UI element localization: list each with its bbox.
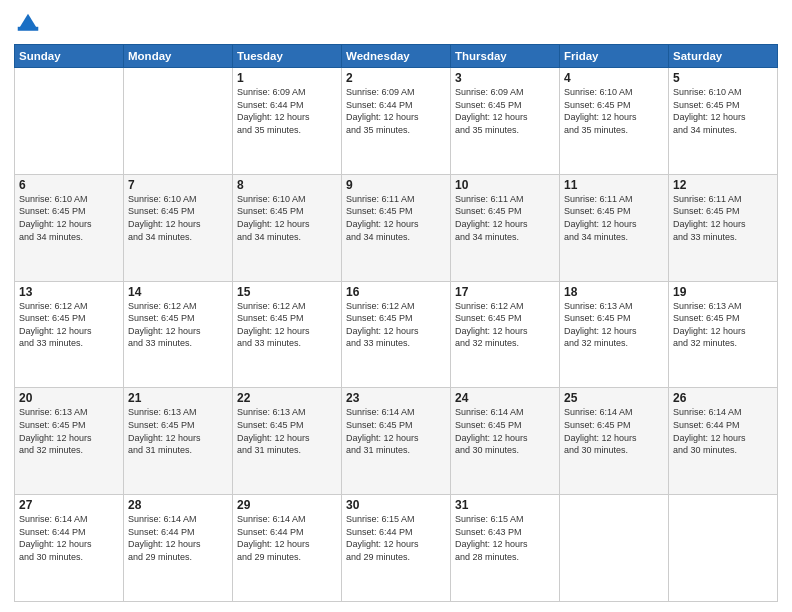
- day-info: Sunrise: 6:14 AM Sunset: 6:45 PM Dayligh…: [455, 406, 555, 456]
- day-number: 25: [564, 391, 664, 405]
- day-number: 1: [237, 71, 337, 85]
- day-info: Sunrise: 6:10 AM Sunset: 6:45 PM Dayligh…: [237, 193, 337, 243]
- calendar-cell: 22Sunrise: 6:13 AM Sunset: 6:45 PM Dayli…: [233, 388, 342, 495]
- day-info: Sunrise: 6:09 AM Sunset: 6:44 PM Dayligh…: [237, 86, 337, 136]
- day-info: Sunrise: 6:13 AM Sunset: 6:45 PM Dayligh…: [19, 406, 119, 456]
- calendar-cell: 10Sunrise: 6:11 AM Sunset: 6:45 PM Dayli…: [451, 174, 560, 281]
- day-info: Sunrise: 6:14 AM Sunset: 6:44 PM Dayligh…: [19, 513, 119, 563]
- day-info: Sunrise: 6:14 AM Sunset: 6:45 PM Dayligh…: [564, 406, 664, 456]
- day-number: 7: [128, 178, 228, 192]
- calendar-cell: [669, 495, 778, 602]
- day-number: 11: [564, 178, 664, 192]
- calendar-cell: 2Sunrise: 6:09 AM Sunset: 6:44 PM Daylig…: [342, 68, 451, 175]
- day-number: 19: [673, 285, 773, 299]
- day-info: Sunrise: 6:13 AM Sunset: 6:45 PM Dayligh…: [673, 300, 773, 350]
- day-info: Sunrise: 6:10 AM Sunset: 6:45 PM Dayligh…: [128, 193, 228, 243]
- day-number: 3: [455, 71, 555, 85]
- calendar-cell: 13Sunrise: 6:12 AM Sunset: 6:45 PM Dayli…: [15, 281, 124, 388]
- calendar-cell: 19Sunrise: 6:13 AM Sunset: 6:45 PM Dayli…: [669, 281, 778, 388]
- calendar-cell: 3Sunrise: 6:09 AM Sunset: 6:45 PM Daylig…: [451, 68, 560, 175]
- calendar-cell: 28Sunrise: 6:14 AM Sunset: 6:44 PM Dayli…: [124, 495, 233, 602]
- calendar: SundayMondayTuesdayWednesdayThursdayFrid…: [14, 44, 778, 602]
- day-info: Sunrise: 6:12 AM Sunset: 6:45 PM Dayligh…: [19, 300, 119, 350]
- day-number: 23: [346, 391, 446, 405]
- day-number: 12: [673, 178, 773, 192]
- day-info: Sunrise: 6:12 AM Sunset: 6:45 PM Dayligh…: [237, 300, 337, 350]
- calendar-cell: 5Sunrise: 6:10 AM Sunset: 6:45 PM Daylig…: [669, 68, 778, 175]
- day-number: 22: [237, 391, 337, 405]
- calendar-week-2: 6Sunrise: 6:10 AM Sunset: 6:45 PM Daylig…: [15, 174, 778, 281]
- calendar-cell: 11Sunrise: 6:11 AM Sunset: 6:45 PM Dayli…: [560, 174, 669, 281]
- calendar-cell: [560, 495, 669, 602]
- day-number: 18: [564, 285, 664, 299]
- day-info: Sunrise: 6:11 AM Sunset: 6:45 PM Dayligh…: [455, 193, 555, 243]
- day-info: Sunrise: 6:10 AM Sunset: 6:45 PM Dayligh…: [673, 86, 773, 136]
- calendar-cell: 4Sunrise: 6:10 AM Sunset: 6:45 PM Daylig…: [560, 68, 669, 175]
- calendar-cell: 16Sunrise: 6:12 AM Sunset: 6:45 PM Dayli…: [342, 281, 451, 388]
- day-number: 27: [19, 498, 119, 512]
- day-info: Sunrise: 6:15 AM Sunset: 6:43 PM Dayligh…: [455, 513, 555, 563]
- weekday-header-monday: Monday: [124, 45, 233, 68]
- day-number: 6: [19, 178, 119, 192]
- logo-icon: [14, 10, 42, 38]
- calendar-cell: 8Sunrise: 6:10 AM Sunset: 6:45 PM Daylig…: [233, 174, 342, 281]
- calendar-cell: [15, 68, 124, 175]
- day-info: Sunrise: 6:12 AM Sunset: 6:45 PM Dayligh…: [455, 300, 555, 350]
- day-info: Sunrise: 6:14 AM Sunset: 6:44 PM Dayligh…: [128, 513, 228, 563]
- day-info: Sunrise: 6:09 AM Sunset: 6:44 PM Dayligh…: [346, 86, 446, 136]
- calendar-week-4: 20Sunrise: 6:13 AM Sunset: 6:45 PM Dayli…: [15, 388, 778, 495]
- calendar-cell: 25Sunrise: 6:14 AM Sunset: 6:45 PM Dayli…: [560, 388, 669, 495]
- weekday-header-sunday: Sunday: [15, 45, 124, 68]
- day-number: 15: [237, 285, 337, 299]
- day-number: 17: [455, 285, 555, 299]
- calendar-week-3: 13Sunrise: 6:12 AM Sunset: 6:45 PM Dayli…: [15, 281, 778, 388]
- calendar-cell: 6Sunrise: 6:10 AM Sunset: 6:45 PM Daylig…: [15, 174, 124, 281]
- day-info: Sunrise: 6:11 AM Sunset: 6:45 PM Dayligh…: [346, 193, 446, 243]
- day-info: Sunrise: 6:11 AM Sunset: 6:45 PM Dayligh…: [564, 193, 664, 243]
- calendar-cell: 20Sunrise: 6:13 AM Sunset: 6:45 PM Dayli…: [15, 388, 124, 495]
- calendar-cell: 26Sunrise: 6:14 AM Sunset: 6:44 PM Dayli…: [669, 388, 778, 495]
- day-number: 29: [237, 498, 337, 512]
- day-number: 10: [455, 178, 555, 192]
- day-info: Sunrise: 6:14 AM Sunset: 6:45 PM Dayligh…: [346, 406, 446, 456]
- day-number: 2: [346, 71, 446, 85]
- weekday-header-tuesday: Tuesday: [233, 45, 342, 68]
- day-number: 5: [673, 71, 773, 85]
- calendar-cell: 1Sunrise: 6:09 AM Sunset: 6:44 PM Daylig…: [233, 68, 342, 175]
- calendar-cell: 31Sunrise: 6:15 AM Sunset: 6:43 PM Dayli…: [451, 495, 560, 602]
- day-info: Sunrise: 6:13 AM Sunset: 6:45 PM Dayligh…: [128, 406, 228, 456]
- day-number: 20: [19, 391, 119, 405]
- day-info: Sunrise: 6:14 AM Sunset: 6:44 PM Dayligh…: [237, 513, 337, 563]
- day-number: 4: [564, 71, 664, 85]
- day-number: 13: [19, 285, 119, 299]
- day-info: Sunrise: 6:15 AM Sunset: 6:44 PM Dayligh…: [346, 513, 446, 563]
- day-info: Sunrise: 6:12 AM Sunset: 6:45 PM Dayligh…: [346, 300, 446, 350]
- calendar-cell: 23Sunrise: 6:14 AM Sunset: 6:45 PM Dayli…: [342, 388, 451, 495]
- day-number: 26: [673, 391, 773, 405]
- day-number: 8: [237, 178, 337, 192]
- day-number: 16: [346, 285, 446, 299]
- day-number: 30: [346, 498, 446, 512]
- logo: [14, 10, 46, 38]
- day-number: 31: [455, 498, 555, 512]
- day-info: Sunrise: 6:14 AM Sunset: 6:44 PM Dayligh…: [673, 406, 773, 456]
- header: [14, 10, 778, 38]
- day-number: 14: [128, 285, 228, 299]
- calendar-cell: 27Sunrise: 6:14 AM Sunset: 6:44 PM Dayli…: [15, 495, 124, 602]
- day-info: Sunrise: 6:10 AM Sunset: 6:45 PM Dayligh…: [19, 193, 119, 243]
- calendar-cell: 15Sunrise: 6:12 AM Sunset: 6:45 PM Dayli…: [233, 281, 342, 388]
- calendar-header: SundayMondayTuesdayWednesdayThursdayFrid…: [15, 45, 778, 68]
- weekday-header-wednesday: Wednesday: [342, 45, 451, 68]
- calendar-cell: 18Sunrise: 6:13 AM Sunset: 6:45 PM Dayli…: [560, 281, 669, 388]
- day-info: Sunrise: 6:10 AM Sunset: 6:45 PM Dayligh…: [564, 86, 664, 136]
- day-info: Sunrise: 6:12 AM Sunset: 6:45 PM Dayligh…: [128, 300, 228, 350]
- calendar-cell: 12Sunrise: 6:11 AM Sunset: 6:45 PM Dayli…: [669, 174, 778, 281]
- svg-rect-1: [18, 27, 39, 31]
- weekday-header-friday: Friday: [560, 45, 669, 68]
- weekday-header-saturday: Saturday: [669, 45, 778, 68]
- calendar-week-5: 27Sunrise: 6:14 AM Sunset: 6:44 PM Dayli…: [15, 495, 778, 602]
- day-number: 21: [128, 391, 228, 405]
- day-info: Sunrise: 6:13 AM Sunset: 6:45 PM Dayligh…: [564, 300, 664, 350]
- day-number: 28: [128, 498, 228, 512]
- calendar-cell: [124, 68, 233, 175]
